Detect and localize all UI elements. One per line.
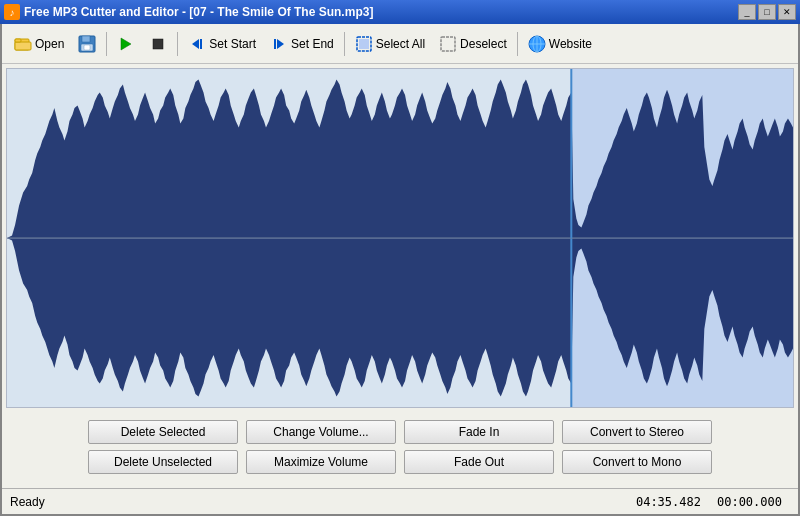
sep3 xyxy=(344,32,345,56)
svg-marker-7 xyxy=(121,38,131,50)
stop-icon xyxy=(149,35,167,53)
svg-rect-1 xyxy=(15,42,31,50)
delete-selected-button[interactable]: Delete Selected xyxy=(88,420,238,444)
select-all-icon xyxy=(355,35,373,53)
main-window: Open xyxy=(0,24,800,516)
set-end-button[interactable]: Set End xyxy=(264,32,340,56)
stop-button[interactable] xyxy=(143,32,173,56)
play-button[interactable] xyxy=(111,32,141,56)
title-bar: ♪ Free MP3 Cutter and Editor - [07 - The… xyxy=(0,0,800,24)
svg-rect-14 xyxy=(359,39,369,49)
maximize-volume-button[interactable]: Maximize Volume xyxy=(246,450,396,474)
open-icon xyxy=(14,35,32,53)
svg-marker-11 xyxy=(277,39,284,49)
status-bar: Ready 04:35.482 00:00.000 xyxy=(2,488,798,514)
center-line xyxy=(7,238,793,239)
window-controls: _ □ ✕ xyxy=(738,4,796,20)
save-icon xyxy=(78,35,96,53)
set-start-button[interactable]: Set Start xyxy=(182,32,262,56)
status-time: 04:35.482 00:00.000 xyxy=(636,495,782,509)
buttons-row-2: Delete Unselected Maximize Volume Fade O… xyxy=(14,450,786,474)
deselect-label: Deselect xyxy=(460,37,507,51)
buttons-section: Delete Selected Change Volume... Fade In… xyxy=(2,412,798,488)
play-icon xyxy=(117,35,135,53)
open-button[interactable]: Open xyxy=(8,32,70,56)
svg-marker-9 xyxy=(192,39,199,49)
convert-to-stereo-button[interactable]: Convert to Stereo xyxy=(562,420,712,444)
sep4 xyxy=(517,32,518,56)
time-position: 04:35.482 xyxy=(636,495,701,509)
svg-rect-8 xyxy=(153,39,163,49)
sep2 xyxy=(177,32,178,56)
save-button[interactable] xyxy=(72,32,102,56)
svg-rect-4 xyxy=(82,36,90,42)
change-volume-button[interactable]: Change Volume... xyxy=(246,420,396,444)
app-icon: ♪ xyxy=(4,4,20,20)
toolbar: Open xyxy=(2,24,798,64)
time-selection: 00:00.000 xyxy=(717,495,782,509)
fade-out-button[interactable]: Fade Out xyxy=(404,450,554,474)
waveform-container[interactable]: /* waveform rendered below */ xyxy=(6,68,794,408)
status-text: Ready xyxy=(10,495,636,509)
svg-rect-10 xyxy=(200,39,202,49)
svg-rect-6 xyxy=(84,45,90,50)
website-label: Website xyxy=(549,37,592,51)
sep1 xyxy=(106,32,107,56)
website-button[interactable]: Website xyxy=(522,32,598,56)
svg-rect-15 xyxy=(441,37,455,51)
select-all-button[interactable]: Select All xyxy=(349,32,431,56)
set-start-icon xyxy=(188,35,206,53)
minimize-button[interactable]: _ xyxy=(738,4,756,20)
fade-in-button[interactable]: Fade In xyxy=(404,420,554,444)
open-label: Open xyxy=(35,37,64,51)
select-all-label: Select All xyxy=(376,37,425,51)
window-title: Free MP3 Cutter and Editor - [07 - The S… xyxy=(24,5,373,19)
buttons-row-1: Delete Selected Change Volume... Fade In… xyxy=(14,420,786,444)
set-end-label: Set End xyxy=(291,37,334,51)
close-button[interactable]: ✕ xyxy=(778,4,796,20)
set-end-icon xyxy=(270,35,288,53)
svg-rect-2 xyxy=(15,39,21,42)
convert-to-mono-button[interactable]: Convert to Mono xyxy=(562,450,712,474)
deselect-icon xyxy=(439,35,457,53)
deselect-button[interactable]: Deselect xyxy=(433,32,513,56)
set-start-label: Set Start xyxy=(209,37,256,51)
delete-unselected-button[interactable]: Delete Unselected xyxy=(88,450,238,474)
maximize-button[interactable]: □ xyxy=(758,4,776,20)
website-icon xyxy=(528,35,546,53)
svg-rect-12 xyxy=(274,39,276,49)
